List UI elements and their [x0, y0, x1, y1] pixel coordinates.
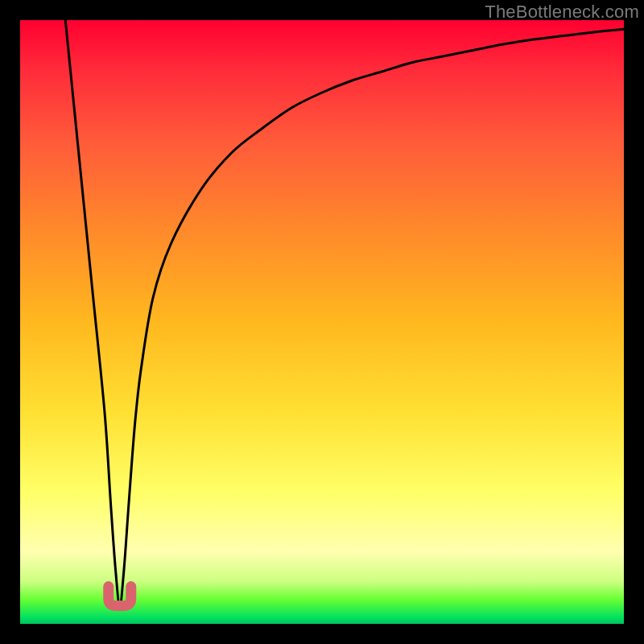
watermark-text: TheBottleneck.com: [485, 2, 639, 23]
chart-svg: [20, 20, 624, 624]
chart-frame: [20, 20, 624, 624]
bottleneck-curve: [65, 20, 624, 606]
optimal-point-marker: [109, 587, 131, 606]
